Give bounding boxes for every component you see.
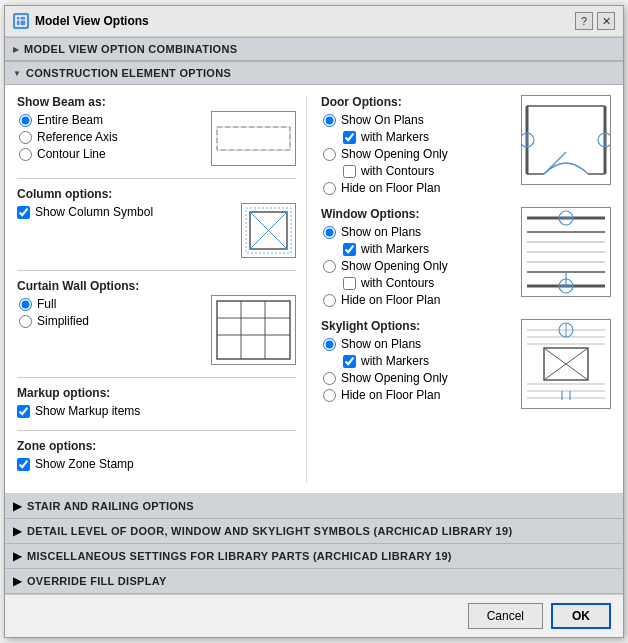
door-show-on-plans[interactable]: Show On Plans — [323, 113, 505, 127]
door-options-container: Door Options: Show On Plans with Markers — [321, 95, 505, 195]
zone-label: Zone options: — [17, 439, 296, 453]
door-with-contours[interactable]: with Contours — [323, 164, 505, 178]
column-symbol-label: Show Column Symbol — [35, 205, 153, 219]
window-show-opening-only-radio[interactable] — [323, 260, 336, 273]
title-bar: Model View Options ? ✕ — [5, 6, 623, 37]
beam-group: Show Beam as: Entire Beam Reference Axis — [17, 95, 296, 166]
section-stair-railing[interactable]: ▶ STAIR AND RAILING OPTIONS — [5, 494, 623, 519]
svg-rect-3 — [217, 127, 290, 150]
column-symbol-checkbox-item[interactable]: Show Column Symbol — [17, 205, 153, 219]
arrow-detail-level: ▶ — [13, 524, 22, 538]
window-show-on-plans-label: Show on Plans — [341, 225, 421, 239]
section-miscellaneous[interactable]: ▶ MISCELLANEOUS SETTINGS FOR LIBRARY PAR… — [5, 544, 623, 569]
column-preview-svg — [242, 204, 295, 257]
door-show-on-plans-label: Show On Plans — [341, 113, 424, 127]
window-hide-on-floor-plan-label: Hide on Floor Plan — [341, 293, 440, 307]
ok-button[interactable]: OK — [551, 603, 611, 629]
dialog-title: Model View Options — [35, 14, 149, 28]
label-stair-railing: STAIR AND RAILING OPTIONS — [27, 500, 194, 512]
window-hide-on-floor-plan-radio[interactable] — [323, 294, 336, 307]
section-override-fill[interactable]: ▶ OVERRIDE FILL DISPLAY — [5, 569, 623, 594]
skylight-show-opening-only[interactable]: Show Opening Only — [323, 371, 505, 385]
right-column: Door Options: Show On Plans with Markers — [307, 95, 611, 483]
title-bar-left: Model View Options — [13, 13, 149, 29]
door-hide-on-floor-plan[interactable]: Hide on Floor Plan — [323, 181, 505, 195]
label-model-view-combinations: MODEL VIEW OPTION COMBINATIONS — [24, 43, 237, 55]
door-show-opening-only-radio[interactable] — [323, 148, 336, 161]
door-hide-on-floor-plan-radio[interactable] — [323, 182, 336, 195]
section-construction-element[interactable]: ▼ CONSTRUCTION ELEMENT OPTIONS — [5, 61, 623, 85]
beam-entire-beam[interactable]: Entire Beam — [19, 113, 118, 127]
window-with-markers-label: with Markers — [361, 242, 429, 256]
zone-checkbox-item[interactable]: Show Zone Stamp — [17, 457, 296, 471]
door-show-opening-only[interactable]: Show Opening Only — [323, 147, 505, 161]
svg-rect-0 — [16, 16, 26, 26]
beam-contour-line-radio[interactable] — [19, 148, 32, 161]
arrow-stair-railing: ▶ — [13, 499, 22, 513]
dialog-window: Model View Options ? ✕ ▶ MODEL VIEW OPTI… — [4, 5, 624, 638]
curtain-wall-option-with-preview: Curtain Wall Options: Full Simplified — [17, 279, 296, 365]
skylight-group: Skylight Options: Show on Plans with Mar… — [321, 319, 611, 409]
door-with-contours-checkbox[interactable] — [343, 165, 356, 178]
markup-label-text: Show Markup items — [35, 404, 140, 418]
markup-checkbox-item[interactable]: Show Markup items — [17, 404, 296, 418]
window-with-markers-checkbox[interactable] — [343, 243, 356, 256]
column-preview — [241, 203, 296, 258]
door-label: Door Options: — [321, 95, 505, 109]
skylight-with-markers[interactable]: with Markers — [323, 354, 505, 368]
beam-contour-line[interactable]: Contour Line — [19, 147, 118, 161]
skylight-options-container: Skylight Options: Show on Plans with Mar… — [321, 319, 505, 402]
skylight-show-on-plans[interactable]: Show on Plans — [323, 337, 505, 351]
skylight-show-on-plans-radio[interactable] — [323, 338, 336, 351]
curtain-wall-radio-group: Full Simplified — [17, 297, 139, 328]
window-label: Window Options: — [321, 207, 505, 221]
label-miscellaneous: MISCELLANEOUS SETTINGS FOR LIBRARY PARTS… — [27, 550, 452, 562]
skylight-with-markers-checkbox[interactable] — [343, 355, 356, 368]
window-show-opening-only[interactable]: Show Opening Only — [323, 259, 505, 273]
curtain-wall-full-radio[interactable] — [19, 298, 32, 311]
curtain-wall-simplified-radio[interactable] — [19, 315, 32, 328]
skylight-hide-on-floor-plan[interactable]: Hide on Floor Plan — [323, 388, 505, 402]
arrow-override-fill: ▶ — [13, 574, 22, 588]
window-preview — [521, 207, 611, 297]
label-detail-level: DETAIL LEVEL OF DOOR, WINDOW AND SKYLIGH… — [27, 525, 512, 537]
window-with-contours[interactable]: with Contours — [323, 276, 505, 290]
column-symbol-checkbox[interactable] — [17, 206, 30, 219]
dialog-body: ▶ MODEL VIEW OPTION COMBINATIONS ▼ CONST… — [5, 37, 623, 594]
svg-rect-9 — [217, 301, 290, 359]
left-column: Show Beam as: Entire Beam Reference Axis — [17, 95, 307, 483]
door-with-markers-checkbox[interactable] — [343, 131, 356, 144]
beam-entire-beam-label: Entire Beam — [37, 113, 103, 127]
door-option-with-preview: Door Options: Show On Plans with Markers — [321, 95, 611, 195]
window-with-contours-checkbox[interactable] — [343, 277, 356, 290]
curtain-wall-simplified-label: Simplified — [37, 314, 89, 328]
markup-group: Markup options: Show Markup items — [17, 386, 296, 418]
window-preview-svg — [522, 208, 610, 296]
window-show-on-plans[interactable]: Show on Plans — [323, 225, 505, 239]
window-hide-on-floor-plan[interactable]: Hide on Floor Plan — [323, 293, 505, 307]
close-button[interactable]: ✕ — [597, 12, 615, 30]
help-button[interactable]: ? — [575, 12, 593, 30]
beam-reference-axis-radio[interactable] — [19, 131, 32, 144]
zone-group: Zone options: Show Zone Stamp — [17, 439, 296, 471]
curtain-wall-simplified[interactable]: Simplified — [19, 314, 139, 328]
column-group: Column options: Show Column Symbol — [17, 187, 296, 258]
beam-entire-beam-radio[interactable] — [19, 114, 32, 127]
beam-reference-axis[interactable]: Reference Axis — [19, 130, 118, 144]
section-detail-level[interactable]: ▶ DETAIL LEVEL OF DOOR, WINDOW AND SKYLI… — [5, 519, 623, 544]
divider-1 — [17, 178, 296, 179]
curtain-wall-full[interactable]: Full — [19, 297, 139, 311]
window-show-on-plans-radio[interactable] — [323, 226, 336, 239]
skylight-hide-on-floor-plan-radio[interactable] — [323, 389, 336, 402]
beam-reference-axis-label: Reference Axis — [37, 130, 118, 144]
skylight-show-opening-only-radio[interactable] — [323, 372, 336, 385]
door-show-on-plans-radio[interactable] — [323, 114, 336, 127]
zone-checkbox[interactable] — [17, 458, 30, 471]
window-radio-group: Show on Plans with Markers Show Opening … — [321, 225, 505, 307]
door-with-markers[interactable]: with Markers — [323, 130, 505, 144]
markup-checkbox[interactable] — [17, 405, 30, 418]
cancel-button[interactable]: Cancel — [468, 603, 543, 629]
section-model-view-combinations[interactable]: ▶ MODEL VIEW OPTION COMBINATIONS — [5, 37, 623, 61]
skylight-radio-group: Show on Plans with Markers Show Opening … — [321, 337, 505, 402]
window-with-markers[interactable]: with Markers — [323, 242, 505, 256]
